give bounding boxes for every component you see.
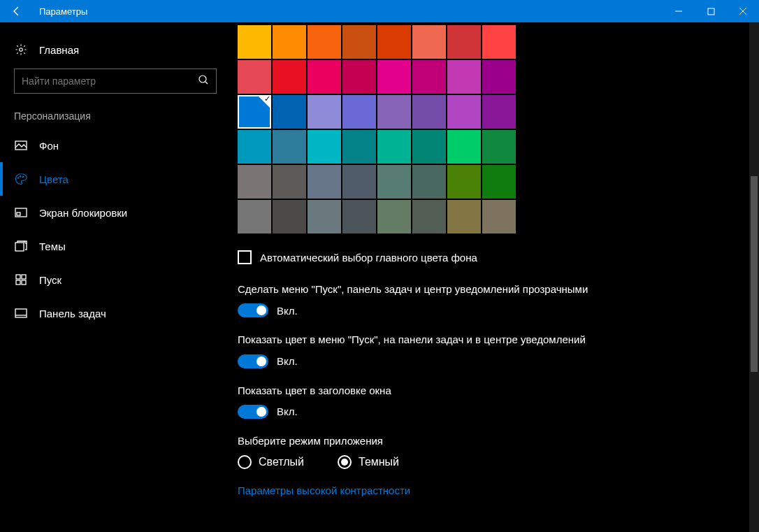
sidebar-item-lockscreen[interactable]: Экран блокировки <box>0 196 224 229</box>
toggle-state: Вкл. <box>277 405 298 417</box>
picture-icon <box>14 141 28 150</box>
toggle-state: Вкл. <box>277 305 298 317</box>
sidebar-item-label: Пуск <box>39 274 62 286</box>
toggle-state: Вкл. <box>277 355 298 367</box>
color-swatch[interactable] <box>377 200 411 233</box>
app-mode-label: Выберите режим приложения <box>238 434 601 448</box>
search-input[interactable] <box>14 69 217 94</box>
auto-color-label: Автоматический выбор главного цвета фона <box>260 252 477 264</box>
svg-rect-13 <box>22 280 26 285</box>
color-swatch[interactable] <box>238 165 271 199</box>
color-swatch[interactable] <box>482 165 516 199</box>
sidebar-item-taskbar[interactable]: Панель задач <box>0 296 224 330</box>
color-swatch[interactable] <box>447 25 481 59</box>
color-swatch[interactable] <box>377 95 411 129</box>
color-swatch[interactable] <box>412 95 446 129</box>
main-content: ✓ Автоматический выбор главного цвета фо… <box>224 22 759 532</box>
radio-dark-mode[interactable]: Темный <box>338 455 399 469</box>
color-swatch[interactable] <box>447 130 481 164</box>
scrollbar[interactable] <box>749 22 759 532</box>
color-swatch[interactable] <box>482 200 516 233</box>
color-swatch[interactable] <box>238 200 271 233</box>
toggle-showcolor-start[interactable] <box>238 354 268 368</box>
color-swatch[interactable] <box>238 25 271 59</box>
color-swatch[interactable] <box>342 60 376 94</box>
sidebar-item-label: Цвета <box>39 173 68 185</box>
color-swatch[interactable] <box>482 130 516 164</box>
sidebar-item-background[interactable]: Фон <box>0 129 224 162</box>
back-button[interactable] <box>0 0 34 22</box>
color-swatch[interactable] <box>342 95 376 129</box>
color-swatch[interactable] <box>412 25 446 59</box>
lockscreen-icon <box>14 208 28 217</box>
color-swatch[interactable] <box>273 25 306 59</box>
color-swatch[interactable] <box>482 95 516 129</box>
minimize-button[interactable] <box>663 0 695 22</box>
color-swatch[interactable] <box>238 130 271 164</box>
color-swatch[interactable] <box>342 165 376 199</box>
color-swatch[interactable] <box>308 60 341 94</box>
color-swatch[interactable] <box>377 25 411 59</box>
radio-label: Светлый <box>259 456 304 468</box>
color-swatch[interactable] <box>238 60 271 94</box>
sidebar-item-themes[interactable]: Темы <box>0 229 224 263</box>
color-swatch[interactable] <box>482 25 516 59</box>
svg-point-2 <box>199 76 206 82</box>
color-swatch[interactable]: ✓ <box>238 95 271 129</box>
color-swatch[interactable] <box>377 165 411 199</box>
svg-rect-0 <box>708 8 714 15</box>
palette-icon <box>14 173 28 185</box>
color-swatch[interactable] <box>412 130 446 164</box>
color-swatch[interactable] <box>482 60 516 94</box>
svg-rect-9 <box>15 243 24 251</box>
color-swatch[interactable] <box>377 60 411 94</box>
color-swatch[interactable] <box>308 165 341 199</box>
search-icon <box>198 74 209 88</box>
color-swatch[interactable] <box>273 165 306 199</box>
radio-light-mode[interactable]: Светлый <box>238 455 304 469</box>
color-swatch[interactable] <box>342 130 376 164</box>
toggle-transparency[interactable] <box>238 303 268 317</box>
color-swatch[interactable] <box>308 200 341 233</box>
color-swatch[interactable] <box>412 165 446 199</box>
color-swatch[interactable] <box>447 95 481 129</box>
color-swatch[interactable] <box>273 60 306 94</box>
high-contrast-link[interactable]: Параметры высокой контрастности <box>238 484 745 496</box>
toggle-label-showcolor-title: Показать цвет в заголовке окна <box>238 384 601 398</box>
color-swatch[interactable] <box>273 95 306 129</box>
sidebar-item-colors[interactable]: Цвета <box>0 162 224 196</box>
auto-color-checkbox[interactable] <box>238 250 252 264</box>
color-swatch[interactable] <box>447 60 481 94</box>
home-button[interactable]: Главная <box>0 36 224 63</box>
svg-point-1 <box>20 48 23 52</box>
svg-rect-11 <box>22 275 26 279</box>
svg-rect-10 <box>16 275 20 279</box>
svg-point-4 <box>18 178 20 179</box>
color-swatch[interactable] <box>308 130 341 164</box>
color-swatch[interactable] <box>342 25 376 59</box>
maximize-button[interactable] <box>695 0 727 22</box>
window-title: Параметры <box>34 6 663 17</box>
color-swatch[interactable] <box>273 200 306 233</box>
toggle-showcolor-title[interactable] <box>238 405 268 419</box>
sidebar-item-label: Панель задач <box>39 308 106 319</box>
color-swatch[interactable] <box>342 200 376 233</box>
color-swatch[interactable] <box>273 130 306 164</box>
color-swatch[interactable] <box>308 25 341 59</box>
color-swatch[interactable] <box>447 165 481 199</box>
scrollbar-thumb[interactable] <box>751 176 758 372</box>
radio-label: Темный <box>359 456 399 468</box>
toggle-label-transparency: Сделать меню "Пуск", панель задач и цент… <box>238 282 601 296</box>
color-swatch[interactable] <box>412 60 446 94</box>
color-swatch[interactable] <box>447 200 481 233</box>
close-button[interactable] <box>727 0 759 22</box>
color-grid: ✓ <box>238 25 745 233</box>
color-swatch[interactable] <box>377 130 411 164</box>
start-icon <box>14 274 28 285</box>
search-field[interactable] <box>22 76 198 87</box>
color-swatch[interactable] <box>308 95 341 129</box>
sidebar-item-start[interactable]: Пуск <box>0 263 224 296</box>
titlebar: Параметры <box>0 0 759 22</box>
svg-rect-8 <box>17 213 20 215</box>
color-swatch[interactable] <box>412 200 446 233</box>
